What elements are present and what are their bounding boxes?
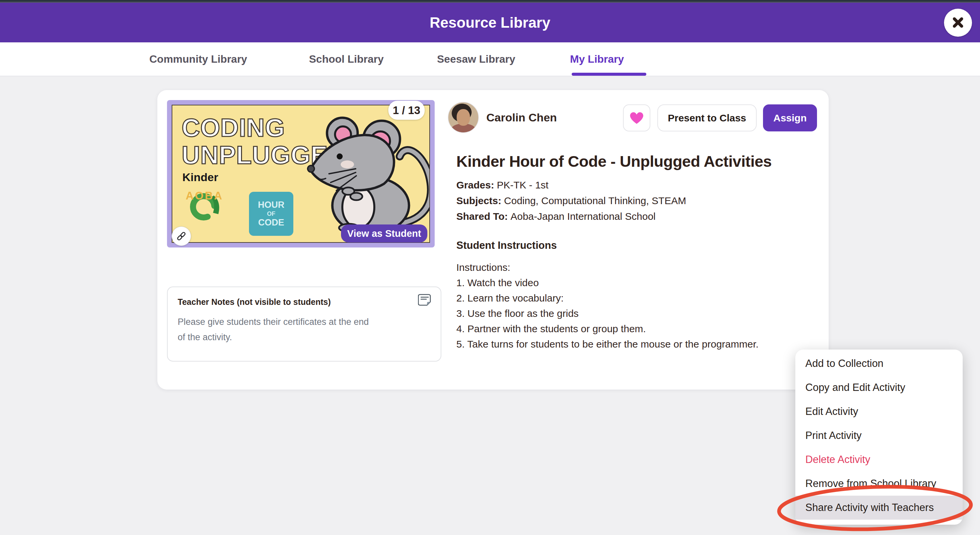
hour-of-code-badge: HOUR OF CODE bbox=[249, 192, 293, 236]
activity-meta: Grades:PK-TK - 1st Subjects:Coding, Comp… bbox=[457, 177, 686, 224]
activity-thumbnail[interactable]: CODINGUNPLUGGED Kinder AOBA HOUR OF CODE bbox=[167, 100, 435, 248]
page-title: Resource Library bbox=[0, 3, 980, 42]
teacher-notes-title: Teacher Notes (not visible to students) bbox=[178, 297, 431, 307]
activity-options-menu: Add to Collection Copy and Edit Activity… bbox=[795, 350, 963, 525]
note-icon bbox=[418, 294, 432, 306]
menu-item-print-activity[interactable]: Print Activity bbox=[795, 423, 963, 448]
library-tabs: Community Library School Library Seesaw … bbox=[0, 42, 980, 77]
view-as-student-button[interactable]: View as Student bbox=[341, 225, 427, 243]
tab-my-library[interactable]: My Library bbox=[570, 42, 624, 76]
author-name: Carolin Chen bbox=[486, 110, 557, 125]
page-indicator-badge: 1 / 13 bbox=[388, 101, 425, 120]
activity-title: Kinder Hour of Code - Unplugged Activiti… bbox=[457, 152, 823, 171]
mouse-illustration bbox=[305, 107, 430, 234]
menu-item-copy-and-edit-activity[interactable]: Copy and Edit Activity bbox=[795, 375, 963, 399]
student-instructions: Instructions: 1. Watch the video 2. Lear… bbox=[457, 260, 759, 352]
thumbnail-image: CODINGUNPLUGGED Kinder AOBA HOUR OF CODE bbox=[172, 105, 430, 243]
menu-item-remove-from-school-library[interactable]: Remove from School Library bbox=[795, 472, 963, 496]
menu-item-edit-activity[interactable]: Edit Activity bbox=[795, 399, 963, 423]
teacher-notes-box: Teacher Notes (not visible to students) … bbox=[167, 286, 441, 362]
present-to-class-button[interactable]: Present to Class bbox=[657, 104, 757, 131]
os-title-bar bbox=[0, 0, 980, 3]
heart-icon bbox=[630, 112, 643, 125]
menu-item-add-to-collection[interactable]: Add to Collection bbox=[795, 351, 963, 375]
tab-school-library[interactable]: School Library bbox=[309, 42, 383, 76]
active-tab-underline bbox=[572, 73, 646, 76]
meta-grades: Grades:PK-TK - 1st bbox=[457, 177, 686, 193]
tab-community-library[interactable]: Community Library bbox=[150, 42, 247, 76]
aoba-logo-text: AOBA bbox=[186, 190, 223, 202]
tab-seesaw-library[interactable]: Seesaw Library bbox=[437, 42, 515, 76]
meta-shared-to: Shared To:Aoba-Japan International Schoo… bbox=[457, 208, 686, 224]
student-instructions-heading: Student Instructions bbox=[457, 240, 557, 251]
assign-button[interactable]: Assign bbox=[763, 104, 817, 131]
link-icon bbox=[176, 230, 187, 242]
favorite-button[interactable] bbox=[623, 104, 650, 131]
menu-item-delete-activity[interactable]: Delete Activity bbox=[795, 448, 963, 472]
close-button[interactable] bbox=[944, 9, 972, 37]
thumbnail-grade-label: Kinder bbox=[182, 171, 218, 184]
dialog-header: Resource Library bbox=[0, 3, 980, 42]
teacher-notes-body: Please give students their certificates … bbox=[178, 314, 374, 345]
meta-subjects: Subjects:Coding, Computational Thinking,… bbox=[457, 193, 686, 208]
author-avatar bbox=[448, 102, 479, 133]
copy-link-button[interactable] bbox=[172, 227, 191, 246]
menu-item-share-activity-with-teachers[interactable]: Share Activity with Teachers bbox=[795, 496, 963, 520]
